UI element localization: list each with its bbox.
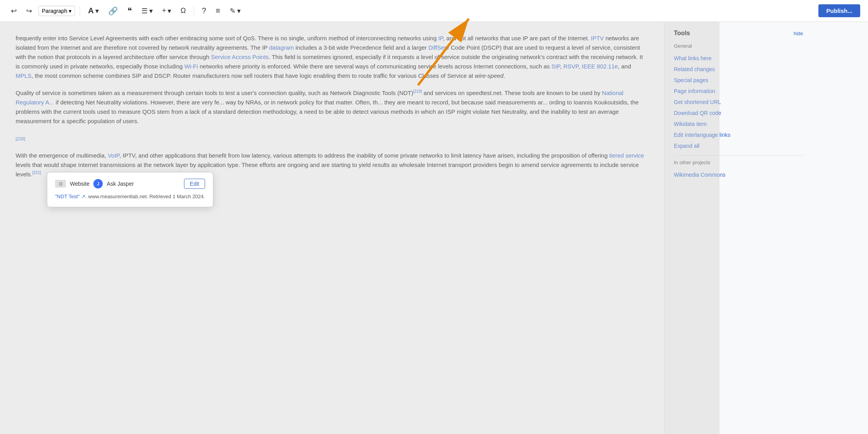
quote-button[interactable]: ❝ — [124, 4, 135, 18]
link-wifi[interactable]: Wi-Fi — [184, 63, 198, 70]
link-national-regulatory[interactable]: National Regulatory A... — [16, 90, 623, 106]
sidebar-item-wikimedia-commons[interactable]: Wikimedia Commons — [674, 169, 803, 180]
pen-icon: ✎ — [230, 7, 236, 15]
sidebar-item-download-qr-code[interactable]: Download QR code — [674, 108, 803, 118]
link-button[interactable]: 🔗 — [105, 4, 121, 18]
text-format-icon: A — [88, 6, 93, 15]
sidebar-item-expand-all[interactable]: Expand all — [674, 140, 803, 151]
ref-221[interactable]: [221] — [32, 170, 41, 175]
sidebar-item-special-pages[interactable]: Special pages — [674, 75, 803, 86]
sidebar-tools-title: Tools — [674, 30, 690, 37]
link-datagram[interactable]: datagram — [269, 44, 294, 51]
link-mpls[interactable]: MPLS — [16, 72, 32, 79]
list-icon: ☰ — [141, 7, 148, 15]
sidebar-item-wikidata-item[interactable]: Wikidata item — [674, 118, 803, 129]
link-sip[interactable]: SIP — [551, 63, 560, 70]
undo-button[interactable]: ↩ — [8, 4, 20, 18]
ref-220-link[interactable]: [220] — [16, 136, 25, 141]
sidebar-item-page-information[interactable]: Page information — [674, 86, 803, 97]
italic-wire-speed: wire-speed — [475, 72, 504, 79]
right-sidebar: Tools hide General What links here Relat… — [664, 22, 813, 434]
ref-219[interactable]: [219] — [413, 89, 422, 93]
jasper-icon: J — [93, 179, 103, 188]
sidebar-item-get-shortened-url[interactable]: Get shortened URL — [674, 97, 803, 108]
quote-icon: ❝ — [127, 6, 132, 16]
popup-content: "NDT Test" ↗. www.measurementlab.net. Re… — [55, 193, 205, 201]
link-iptv[interactable]: IPTV — [591, 35, 604, 41]
sidebar-hide-button[interactable]: hide — [793, 30, 803, 36]
link-service-access-points[interactable]: Service Access Points — [211, 54, 269, 60]
sidebar-item-related-changes[interactable]: Related changes — [674, 64, 803, 75]
special-char-button[interactable]: Ω — [177, 4, 189, 17]
paragraph-chevron-icon: ▾ — [69, 8, 71, 14]
sidebar-general-label: General — [674, 43, 803, 49]
popup-box: ⊡ Website J Ask Jasper Edit "NDT Test" ↗… — [47, 172, 213, 207]
link-diffserv[interactable]: DiffServ — [429, 44, 449, 51]
menu-button[interactable]: ≡ — [213, 4, 223, 18]
help-icon: ? — [202, 6, 206, 15]
undo-icon: ↩ — [11, 7, 17, 15]
main-content-area: frequently enter into Service Level Agre… — [0, 22, 664, 434]
toolbar-separator-1 — [80, 6, 80, 16]
toolbar-separator-2 — [194, 6, 194, 16]
popup-header: ⊡ Website J Ask Jasper Edit — [55, 179, 205, 189]
redo-icon: ↪ — [26, 7, 32, 15]
paragraph-ndt: Quality of service is sometimes taken as… — [16, 88, 648, 126]
paragraph-label: Paragraph — [42, 8, 67, 14]
insert-button[interactable]: + ▾ — [159, 4, 175, 18]
link-ieee[interactable]: IEEE 802.11e — [582, 63, 618, 70]
link-tiered-service[interactable]: tiered service — [609, 152, 644, 159]
link-icon: 🔗 — [108, 6, 118, 16]
sidebar-divider — [674, 155, 803, 156]
insert-plus-icon: + — [162, 7, 166, 15]
sidebar-header: Tools hide — [674, 30, 803, 37]
ref-220-para: [220] — [16, 134, 648, 143]
list-button[interactable]: ☰ ▾ — [138, 4, 156, 18]
sidebar-in-other-projects-label: In other projects — [674, 160, 803, 165]
popup-website-label: Website — [70, 181, 89, 187]
link-ip[interactable]: IP — [438, 35, 443, 41]
insert-arrow-icon: ▾ — [168, 7, 171, 15]
hamburger-icon: ≡ — [216, 6, 220, 15]
page-layout: frequently enter into Service Level Agre… — [0, 22, 868, 434]
paragraph-dropdown[interactable]: Paragraph ▾ — [38, 6, 75, 16]
text-format-button[interactable]: A ▾ — [85, 4, 102, 18]
sidebar-item-what-links-here[interactable]: What links here — [674, 53, 803, 64]
redo-button[interactable]: ↪ — [23, 4, 35, 18]
popup-edit-button[interactable]: Edit — [184, 179, 205, 189]
website-icon: ⊡ — [55, 180, 66, 188]
list-arrow-icon: ▾ — [149, 7, 153, 15]
text-format-arrow: ▾ — [95, 7, 99, 15]
edit-pen-button[interactable]: ✎ ▾ — [227, 4, 244, 18]
sidebar-item-edit-interlanguage-links[interactable]: Edit interlanguage links — [674, 129, 803, 140]
paragraph-qos: frequently enter into Service Level Agre… — [16, 34, 648, 81]
pen-arrow-icon: ▾ — [237, 7, 241, 15]
help-button[interactable]: ? — [199, 4, 209, 18]
special-char-icon: Ω — [180, 7, 186, 15]
popup-ndt-link[interactable]: "NDT Test" ↗ — [55, 194, 86, 199]
link-voip[interactable]: VoIP — [108, 152, 120, 159]
publish-button[interactable]: Publish... — [818, 4, 860, 17]
popup-source-text: . www.measurementlab.net. Retrieved 1 Ma… — [86, 194, 205, 199]
link-rsvp[interactable]: RSVP — [563, 63, 579, 70]
popup-jasper-label: Ask Jasper — [107, 181, 134, 187]
editor-toolbar: ↩ ↪ Paragraph ▾ A ▾ 🔗 ❝ ☰ ▾ + ▾ Ω ? ≡ ✎ … — [0, 0, 868, 22]
